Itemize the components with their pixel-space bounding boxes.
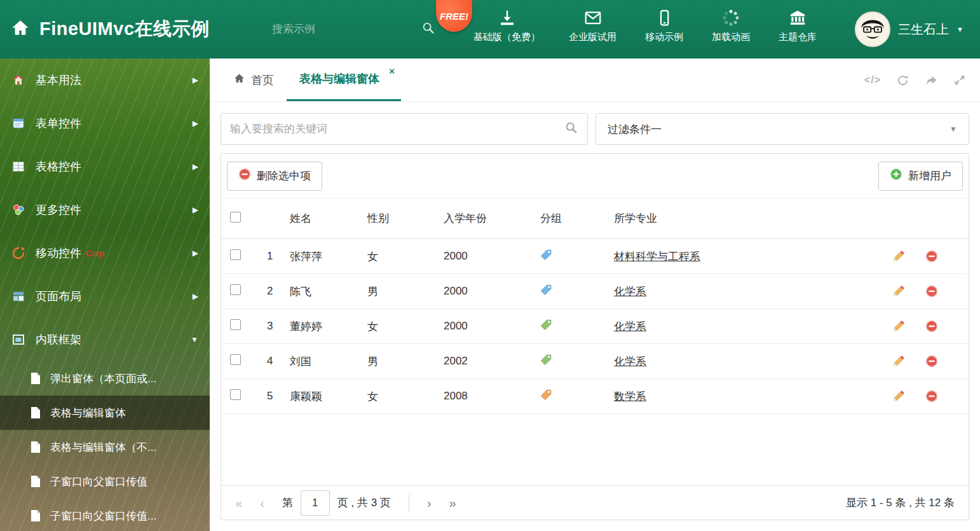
delete-icon[interactable] [925, 250, 938, 263]
user-name: 三生石上 [898, 21, 949, 38]
sidebar-item-grid-controls[interactable]: 表格控件 ▶ [0, 145, 210, 188]
form-icon [11, 116, 25, 130]
nav-label: 主题仓库 [779, 31, 817, 43]
next-page-button[interactable]: › [427, 497, 432, 509]
refresh-icon[interactable] [896, 74, 909, 87]
sidebar-subitem-label: 表格与编辑窗体 [50, 406, 126, 420]
cell-gender: 女 [367, 389, 444, 404]
home-logo-icon[interactable] [10, 18, 31, 41]
edit-pencil-icon[interactable] [892, 320, 905, 333]
file-icon [31, 372, 41, 385]
expand-icon[interactable] [953, 74, 966, 86]
major-link[interactable]: 化学系 [614, 286, 646, 298]
major-link[interactable]: 化学系 [614, 321, 646, 333]
row-checkbox[interactable] [230, 284, 241, 295]
sidebar-subitem-child-to-parent[interactable]: 子窗口向父窗口传值 [0, 464, 210, 499]
pagination-bar: « ‹ 第 页 , 共 3 页 › » 显示 1 - 5 条 , 共 12 条 [221, 485, 969, 520]
nav-enterprise-trial[interactable]: 企业版试用 [569, 7, 616, 43]
sidebar-item-iframe[interactable]: 内联框架 ▼ [0, 318, 210, 361]
brand: FineUIMvc在线示例 [10, 0, 210, 59]
prev-page-button[interactable]: ‹ [260, 497, 264, 509]
delete-selected-button[interactable]: 删除选中项 [227, 162, 322, 191]
nav-label: 加载动画 [712, 31, 750, 43]
tag-icon [540, 354, 552, 366]
sidebar-item-page-layout[interactable]: 页面布局 ▶ [0, 275, 210, 318]
row-index: 1 [259, 250, 290, 263]
table-row[interactable]: 5 康颖颖 女 2008 数学系 [221, 379, 969, 414]
column-major: 所学专业 [614, 211, 883, 226]
add-user-button[interactable]: 新增用户 [878, 162, 963, 191]
main-content: 首页 表格与编辑窗体 × </> [210, 59, 980, 531]
sidebar-subitem-child-to-parent-2[interactable]: 子窗口向父窗口传值... [0, 499, 210, 531]
avatar[interactable] [855, 11, 890, 47]
tab-tools: </> [864, 59, 966, 102]
nav-loading-animation[interactable]: 加载动画 [712, 7, 750, 43]
sidebar-subitem-label: 弹出窗体（本页面或... [50, 371, 156, 386]
sidebar-subitem-grid-edit-window-2[interactable]: 表格与编辑窗体（不... [0, 430, 210, 464]
table-header-row: 姓名 性别 入学年份 分组 所学专业 [221, 198, 969, 239]
bank-icon [788, 7, 807, 27]
delete-icon[interactable] [925, 320, 938, 333]
sidebar-item-basic-usage[interactable]: 基本用法 ▶ [0, 59, 210, 102]
spinner-icon [721, 7, 740, 27]
first-page-button[interactable]: « [235, 497, 242, 509]
row-checkbox[interactable] [230, 249, 241, 260]
delete-icon[interactable] [925, 355, 938, 368]
tab-grid-edit-window[interactable]: 表格与编辑窗体 × [287, 59, 401, 101]
sidebar-item-mobile-controls[interactable]: 移动控件 Corp. ▶ [0, 231, 210, 275]
table-row[interactable]: 4 刘国 男 2002 化学系 [221, 344, 969, 379]
keyword-search-input[interactable] [230, 123, 564, 135]
search-icon[interactable] [421, 21, 435, 38]
sidebar-subitem-label: 子窗口向父窗口传值 [50, 474, 147, 489]
search-icon[interactable] [564, 121, 578, 138]
table-row[interactable]: 3 董婷婷 女 2000 化学系 [221, 309, 969, 344]
header-nav: 基础版（免费） 企业版试用 移动示例 加载动画 [473, 7, 817, 43]
sidebar-item-label: 表格控件 [36, 159, 81, 174]
source-code-icon[interactable]: </> [864, 74, 881, 86]
nav-theme-store[interactable]: 主题仓库 [779, 7, 817, 43]
sidebar-subitem-popup-window[interactable]: 弹出窗体（本页面或... [0, 361, 210, 396]
nav-basic-free[interactable]: 基础版（免费） [473, 7, 540, 43]
cell-group [540, 354, 614, 369]
edit-pencil-icon[interactable] [892, 250, 905, 263]
sidebar: 基本用法 ▶ 表单控件 ▶ 表格控件 ▶ 更多 [0, 59, 210, 531]
row-checkbox[interactable] [230, 354, 241, 365]
header-search-input[interactable] [272, 23, 412, 36]
cell-year: 2000 [444, 250, 540, 263]
edit-pencil-icon[interactable] [892, 390, 905, 403]
free-badge-label: FREE! [440, 11, 468, 22]
delete-icon[interactable] [925, 390, 938, 403]
grid-panel: 删除选中项 新增用户 姓名 性别 入学年份 分组 所学专业 [221, 153, 969, 520]
last-page-button[interactable]: » [449, 497, 456, 509]
nav-mobile-demo[interactable]: 移动示例 [645, 7, 683, 43]
delete-icon[interactable] [925, 285, 938, 298]
share-forward-icon[interactable] [925, 74, 938, 87]
cell-year: 2008 [444, 390, 540, 403]
sidebar-subitem-grid-edit-window[interactable]: 表格与编辑窗体 [0, 396, 210, 430]
corp-badge: Corp. [86, 249, 106, 258]
tab-home[interactable]: 首页 [221, 59, 287, 101]
download-icon [498, 7, 517, 27]
sidebar-item-more-controls[interactable]: 更多控件 ▶ [0, 188, 210, 231]
chevron-right-icon: ▶ [193, 162, 198, 171]
table-row[interactable]: 2 陈飞 男 2000 化学系 [221, 274, 969, 309]
chevron-right-icon: ▶ [193, 119, 198, 128]
edit-pencil-icon[interactable] [892, 355, 905, 368]
row-checkbox[interactable] [230, 319, 241, 330]
major-link[interactable]: 材料科学与工程系 [614, 251, 700, 263]
filter-dropdown[interactable]: 过滤条件一 ▼ [595, 113, 969, 145]
cell-group [540, 389, 614, 404]
select-all-checkbox[interactable] [230, 212, 241, 223]
page-number-input[interactable] [301, 490, 330, 516]
user-menu[interactable]: 三生石上 ▼ [855, 0, 963, 59]
table-row[interactable]: 1 张萍萍 女 2000 材料科学与工程系 [221, 239, 969, 274]
edit-pencil-icon[interactable] [892, 285, 905, 298]
pagination-divider [409, 494, 409, 512]
plus-circle-icon [890, 168, 902, 184]
sidebar-item-form-controls[interactable]: 表单控件 ▶ [0, 102, 210, 145]
row-checkbox[interactable] [230, 389, 241, 400]
major-link[interactable]: 数学系 [614, 390, 646, 403]
close-icon[interactable]: × [389, 66, 395, 76]
shapes-icon [11, 203, 25, 217]
major-link[interactable]: 化学系 [614, 355, 646, 368]
